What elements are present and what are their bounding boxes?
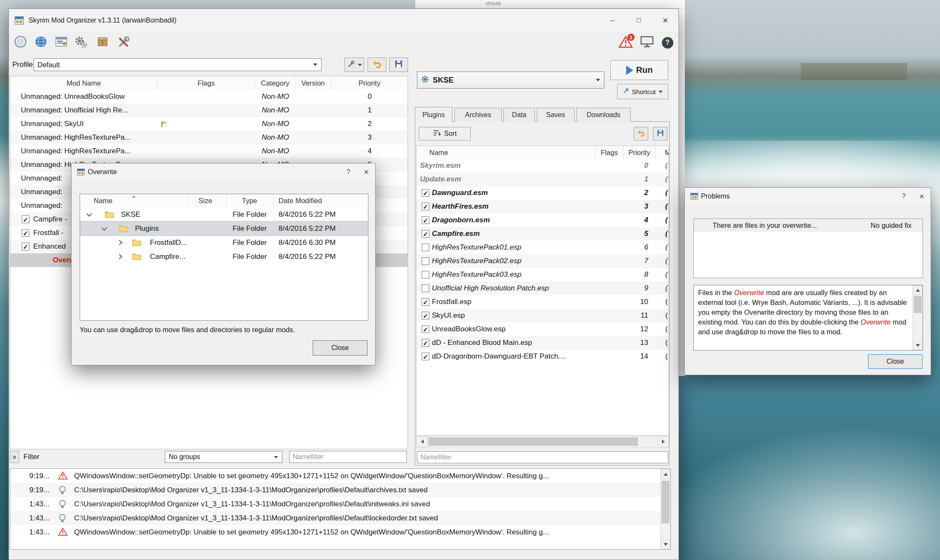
mod-row[interactable]: Unmanaged: HighResTexturePa...Non-MO3 xyxy=(10,131,408,144)
plugins-namefilter-input[interactable] xyxy=(417,451,668,463)
tree-row-selected[interactable]: Plugins File Folder 8/4/2016 5:22 PM xyxy=(80,221,368,235)
dialog-help-button[interactable]: ? xyxy=(895,188,913,205)
settings-button[interactable] xyxy=(72,34,90,52)
mod-checkbox[interactable] xyxy=(22,215,29,223)
plugin-row[interactable]: Campfire.esm5( xyxy=(417,227,669,241)
col-date-modified[interactable]: Date Modified xyxy=(273,194,368,207)
detail-vscrollbar[interactable] xyxy=(912,285,923,350)
nexus-button[interactable] xyxy=(32,34,50,52)
chevron-expanded-icon[interactable] xyxy=(101,225,107,231)
plugin-row[interactable]: HighResTexturePack01.esp6( xyxy=(417,241,669,254)
plugin-checkbox[interactable] xyxy=(422,230,429,238)
tree-row[interactable]: Campfire... File Folder 8/4/2016 5:22 PM xyxy=(80,250,368,264)
scroll-up-button[interactable] xyxy=(661,469,670,479)
chevron-expanded-icon[interactable] xyxy=(86,211,92,217)
plugin-row[interactable]: dD - Enhanced Blood Main.esp13( xyxy=(417,336,669,350)
plugin-row[interactable]: Frostfall.esp10( xyxy=(417,295,669,309)
overlay-button[interactable] xyxy=(638,34,656,52)
save-button[interactable] xyxy=(389,57,408,72)
mod-row[interactable]: Unmanaged: HighResTexturePa...Non-MO4 xyxy=(10,144,408,158)
plugin-checkbox[interactable] xyxy=(422,312,429,319)
plugin-checkbox[interactable] xyxy=(422,353,429,360)
col-mod-name[interactable]: Mod Name xyxy=(10,76,158,90)
plugin-checkbox[interactable] xyxy=(422,216,429,224)
scroll-up-button[interactable] xyxy=(913,285,923,295)
plugin-row[interactable]: HighResTexturePack02.esp7( xyxy=(417,254,669,268)
plugin-checkbox[interactable] xyxy=(422,244,429,251)
executable-select[interactable]: SKSE xyxy=(417,72,604,89)
run-button[interactable]: Run xyxy=(610,60,668,80)
plugin-checkbox[interactable] xyxy=(422,284,429,292)
tab-saves[interactable]: Saves xyxy=(537,108,575,122)
log-row[interactable]: 1:43...QWindowsWindow::setGeometryDp: Un… xyxy=(10,525,661,539)
profile-tools-button[interactable] xyxy=(345,57,364,72)
notifications-button[interactable]: 1 xyxy=(617,34,635,52)
plugins-revert-button[interactable] xyxy=(634,127,648,141)
shortcut-button[interactable]: Shortcut xyxy=(617,84,668,99)
plugin-hscrollbar[interactable] xyxy=(416,436,669,448)
plugin-row[interactable]: UnreadBooksGlow.esp12( xyxy=(417,322,669,336)
col-priority[interactable]: Priority xyxy=(624,146,655,159)
sort-button[interactable]: Sort xyxy=(419,127,471,141)
overwrite-link[interactable]: Overwrite xyxy=(861,318,891,326)
chevron-collapsed-icon[interactable] xyxy=(117,254,122,259)
problems-titlebar[interactable]: Problems ? ✕ xyxy=(685,188,931,205)
expand-filter-button[interactable]: » xyxy=(10,451,19,463)
problems-close-button[interactable]: Close xyxy=(868,354,923,369)
plugins-save-button[interactable] xyxy=(653,127,667,141)
log-row[interactable]: 1:43...C:\Users\rapio\Desktop\Mod Organi… xyxy=(10,511,661,525)
install-mod-button[interactable] xyxy=(11,34,29,52)
help-button[interactable]: ? xyxy=(658,34,676,52)
log-row[interactable]: 9:19...C:\Users\rapio\Desktop\Mod Organi… xyxy=(10,483,661,497)
update-button[interactable] xyxy=(94,34,112,52)
tab-data[interactable]: Data xyxy=(503,108,535,122)
col-flags[interactable]: Flags xyxy=(595,146,624,159)
scroll-thumb[interactable] xyxy=(914,296,922,313)
profile-select[interactable]: Default xyxy=(34,58,322,71)
overwrite-close-button[interactable]: Close xyxy=(313,340,368,356)
chevron-collapsed-icon[interactable] xyxy=(117,240,122,245)
col-flags[interactable]: Flags xyxy=(158,76,255,90)
overwrite-link[interactable]: Overwrite xyxy=(734,289,764,296)
plugin-checkbox[interactable] xyxy=(422,257,429,265)
plugin-row[interactable]: HearthFires.esm3( xyxy=(417,200,669,213)
plugin-row[interactable]: Dawnguard.esm2( xyxy=(417,186,669,200)
groups-select[interactable]: No groups xyxy=(165,451,282,463)
problem-row[interactable]: There are files in your overwrite... No … xyxy=(694,219,923,232)
col-priority[interactable]: Priority xyxy=(331,76,408,90)
plugin-row[interactable]: dD-Dragonborn-Dawnguard-EBT Patch....14( xyxy=(417,350,669,363)
mod-row[interactable]: Unmanaged: UnreadBooksGlowNon-MO0 xyxy=(10,90,408,103)
log-vscrollbar[interactable] xyxy=(660,469,670,549)
col-name[interactable]: Name xyxy=(417,146,595,159)
plugin-checkbox[interactable] xyxy=(422,339,429,347)
mod-checkbox[interactable] xyxy=(22,243,29,250)
revert-button[interactable] xyxy=(368,57,386,72)
executables-button[interactable] xyxy=(52,34,70,52)
plugin-row[interactable]: SkyUI.esp11( xyxy=(417,309,669,322)
log-row[interactable]: 9:19...QWindowsWindow::setGeometryDp: Un… xyxy=(10,469,661,483)
tab-plugins[interactable]: Plugins xyxy=(415,107,452,122)
col-version[interactable]: Version xyxy=(296,76,331,90)
dialog-help-button[interactable]: ? xyxy=(339,164,357,181)
plugin-row[interactable]: HighResTexturePack03.esp8( xyxy=(417,268,669,281)
plugin-checkbox[interactable] xyxy=(422,203,429,210)
overwrite-titlebar[interactable]: Overwrite ? ✕ xyxy=(72,164,375,181)
scroll-thumb[interactable] xyxy=(661,481,670,523)
tools-button[interactable] xyxy=(115,34,132,52)
minimize-button[interactable]: – xyxy=(599,9,626,32)
maximize-button[interactable]: □ xyxy=(626,9,652,32)
col-size[interactable]: Size xyxy=(188,194,227,207)
scroll-right-button[interactable] xyxy=(658,436,669,447)
tree-row[interactable]: FrostfallD... File Folder 8/4/2016 6:30 … xyxy=(80,235,368,250)
col-type[interactable]: Type xyxy=(227,194,273,207)
plugin-checkbox[interactable] xyxy=(422,271,429,279)
mod-row[interactable]: Unmanaged: Unofficial High Re...Non-MO1 xyxy=(10,103,408,117)
plugin-checkbox[interactable] xyxy=(422,298,429,306)
close-button[interactable]: ✕ xyxy=(652,9,678,32)
col-mod-index[interactable]: M xyxy=(655,146,669,159)
plugin-row[interactable]: Update.esm1( xyxy=(417,172,669,186)
scroll-down-button[interactable] xyxy=(913,341,923,350)
plugin-row[interactable]: Unofficial High Resolution Patch.esp9( xyxy=(417,281,669,295)
plugin-checkbox[interactable] xyxy=(422,189,429,197)
plugin-row[interactable]: Dragonborn.esm4( xyxy=(417,213,669,227)
